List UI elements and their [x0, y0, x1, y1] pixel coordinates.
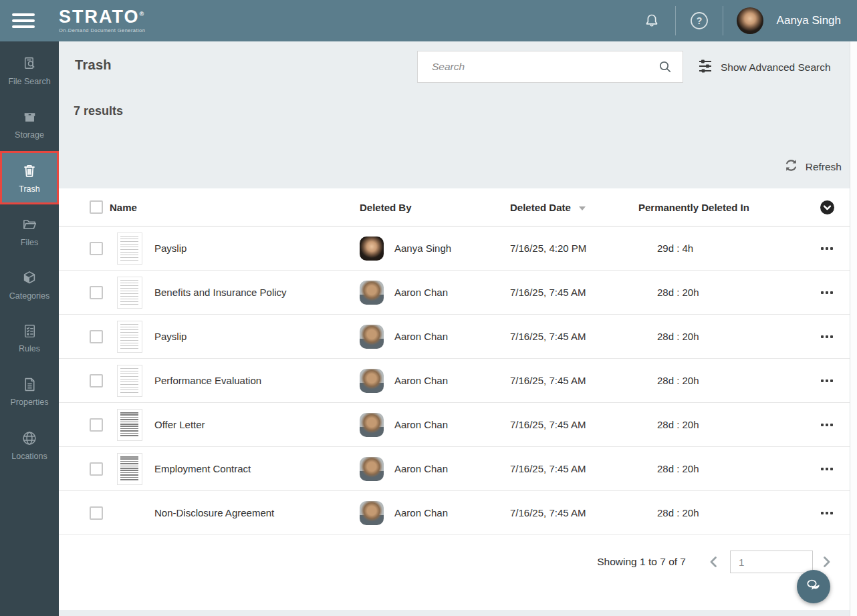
permanently-deleted-in-cell: 28d : 20h	[657, 375, 811, 386]
chat-bubbles-icon	[805, 577, 822, 596]
user-avatar[interactable]	[737, 7, 763, 34]
document-name[interactable]: Performance Evaluation	[154, 375, 348, 386]
chat-fab-button[interactable]	[797, 570, 830, 603]
sidebar-item-categories[interactable]: Categories	[0, 258, 59, 311]
help-icon[interactable]: ?	[689, 11, 709, 31]
table-row[interactable]: Payslip Aaron Chan 7/16/25, 7:45 AM 28d …	[59, 315, 850, 359]
document-name[interactable]: Employment Contract	[154, 463, 348, 474]
row-actions-menu-icon[interactable]	[820, 464, 834, 474]
table-row[interactable]: Offer Letter Aaron Chan 7/16/25, 7:45 AM…	[59, 403, 850, 447]
deleted-by-avatar	[360, 237, 384, 261]
sidebar-item-label: Properties	[11, 398, 49, 407]
refresh-button[interactable]: Refresh	[783, 158, 842, 176]
deleted-by-name: Aaron Chan	[394, 463, 448, 474]
show-advanced-search-label: Show Advanced Search	[721, 61, 831, 73]
deleted-by-name: Aaron Chan	[394, 331, 448, 342]
row-actions-menu-icon[interactable]	[820, 243, 834, 254]
table-row[interactable]: Employment Contract Aaron Chan 7/16/25, …	[59, 447, 850, 491]
deleted-by-cell: Aaron Chan	[360, 281, 510, 305]
column-header-name[interactable]: Name	[110, 202, 354, 213]
row-checkbox[interactable]	[90, 286, 103, 299]
deleted-by-name: Aanya Singh	[394, 243, 451, 254]
sidebar-item-file-search[interactable]: File Search	[0, 44, 59, 98]
deleted-date-cell: 7/16/25, 7:45 AM	[510, 375, 657, 386]
deleted-by-avatar	[360, 457, 384, 481]
sidebar-item-properties[interactable]: Properties	[0, 365, 59, 418]
table-row[interactable]: Performance Evaluation Aaron Chan 7/16/2…	[59, 359, 850, 403]
table-header-row: Name Deleted By Deleted Date Permanently…	[59, 188, 850, 226]
document-name[interactable]: Benefits and Insurance Policy	[154, 287, 348, 298]
sidebar: File Search Storage Trash Files	[0, 41, 59, 616]
sort-descending-icon	[579, 206, 586, 210]
table-row[interactable]: Payslip Aanya Singh 7/16/25, 4:20 PM 29d…	[59, 226, 850, 271]
sidebar-item-storage[interactable]: Storage	[0, 98, 59, 151]
deleted-date-cell: 7/16/25, 7:45 AM	[510, 419, 657, 430]
page-number-input[interactable]	[730, 551, 813, 573]
column-header-permanently-deleted-in[interactable]: Permanently Deleted In	[638, 202, 811, 213]
sidebar-item-rules[interactable]: Rules	[0, 311, 59, 365]
row-checkbox[interactable]	[90, 506, 103, 520]
row-actions-menu-icon[interactable]	[820, 375, 834, 386]
table-row[interactable]: Non-Disclosure Agreement Aaron Chan 7/16…	[59, 491, 850, 535]
column-header-deleted-date[interactable]: Deleted Date	[510, 202, 657, 213]
document-name[interactable]: Offer Letter	[154, 419, 348, 430]
next-page-chevron-icon[interactable]	[818, 554, 834, 570]
document-name[interactable]: Non-Disclosure Agreement	[154, 507, 348, 518]
document-name[interactable]: Payslip	[154, 331, 348, 342]
row-actions-menu-icon[interactable]	[820, 420, 834, 430]
document-thumbnail[interactable]	[117, 321, 142, 353]
refresh-icon	[783, 158, 799, 176]
vertical-scrollbar[interactable]	[850, 41, 857, 616]
logo-tagline: On-Demand Document Generation	[59, 28, 145, 33]
row-actions-menu-icon[interactable]	[820, 287, 834, 298]
sidebar-item-locations[interactable]: Locations	[0, 418, 59, 472]
deleted-by-name: Aaron Chan	[394, 375, 448, 386]
row-checkbox[interactable]	[90, 462, 103, 476]
sidebar-item-label: Categories	[9, 291, 49, 301]
refresh-label: Refresh	[806, 161, 842, 173]
row-checkbox[interactable]	[90, 374, 103, 388]
table-row[interactable]: Benefits and Insurance Policy Aaron Chan…	[59, 271, 850, 315]
sliders-icon	[697, 58, 713, 77]
permanently-deleted-in-cell: 28d : 20h	[657, 419, 811, 430]
document-name[interactable]: Payslip	[154, 243, 348, 254]
document-thumbnail[interactable]	[117, 365, 142, 397]
page-title: Trash	[75, 57, 112, 73]
permanently-deleted-in-cell: 28d : 20h	[657, 463, 811, 474]
permanently-deleted-in-cell: 28d : 20h	[657, 287, 811, 298]
pagination: Showing 1 to 7 of 7	[597, 549, 834, 575]
document-thumbnail[interactable]	[117, 233, 142, 265]
row-actions-menu-icon[interactable]	[820, 508, 834, 518]
search-icon[interactable]	[657, 59, 673, 75]
deleted-by-name: Aaron Chan	[394, 507, 448, 518]
row-checkbox[interactable]	[90, 242, 103, 255]
document-thumbnail[interactable]	[117, 409, 142, 441]
deleted-date-cell: 7/16/25, 7:45 AM	[510, 287, 657, 298]
topbar-right-group: ? Aanya Singh	[642, 6, 857, 35]
row-actions-menu-icon[interactable]	[820, 331, 834, 342]
deleted-by-cell: Aaron Chan	[360, 501, 510, 525]
row-checkbox[interactable]	[90, 418, 103, 432]
main-content: Trash Show Advanced Search 7 results	[59, 41, 850, 616]
show-advanced-search[interactable]: Show Advanced Search	[697, 58, 831, 77]
topbar: STRATO® On-Demand Document Generation ? …	[0, 0, 857, 41]
row-checkbox[interactable]	[90, 330, 103, 343]
select-all-checkbox[interactable]	[90, 200, 103, 214]
logo-text: STRATO®	[59, 8, 145, 26]
deleted-by-cell: Aaron Chan	[360, 325, 510, 349]
document-thumbnail[interactable]	[117, 277, 142, 309]
sidebar-item-trash[interactable]: Trash	[0, 151, 59, 204]
topbar-divider	[723, 6, 723, 35]
sidebar-item-files[interactable]: Files	[0, 204, 59, 258]
bell-icon[interactable]	[642, 11, 662, 31]
column-header-deleted-by[interactable]: Deleted By	[360, 202, 510, 213]
search-input[interactable]	[418, 51, 657, 82]
previous-page-chevron-icon[interactable]	[706, 554, 722, 570]
hamburger-menu-icon[interactable]	[0, 13, 59, 28]
registered-mark: ®	[140, 11, 144, 17]
document-thumbnail[interactable]	[117, 453, 142, 485]
user-name[interactable]: Aanya Singh	[777, 14, 841, 27]
column-options-chevron-icon[interactable]	[820, 200, 835, 215]
search-box	[417, 51, 683, 83]
sidebar-item-label: Locations	[11, 452, 47, 461]
